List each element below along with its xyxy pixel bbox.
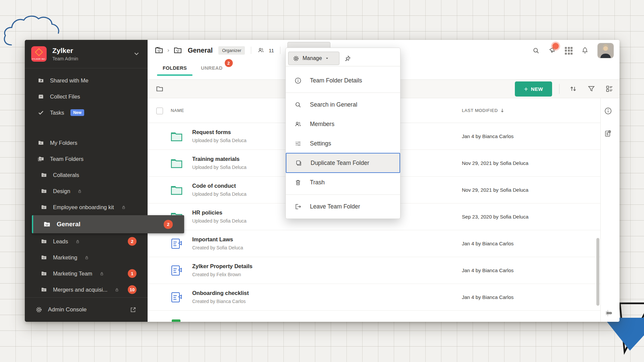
bell-icon[interactable] bbox=[581, 47, 589, 55]
announcements-wrap bbox=[548, 46, 556, 55]
sidebar-item-leads[interactable]: Leads2 bbox=[25, 233, 148, 249]
menu-item-leave-team-folder[interactable]: Leave Team Folder bbox=[286, 197, 400, 216]
sidebar-item-collect-files[interactable]: Collect Files bbox=[25, 88, 148, 105]
file-name: Important Laws bbox=[192, 236, 243, 243]
sort-desc-icon bbox=[500, 108, 505, 113]
table-row[interactable]: Zylker Property DetailsCreated by Felix … bbox=[148, 257, 600, 284]
menu-item-members[interactable]: Members bbox=[286, 114, 400, 134]
notes-icon[interactable] bbox=[603, 129, 612, 138]
tab-bar: FOLDERSUNREAD2 bbox=[163, 61, 223, 79]
theme-toggle-icon[interactable] bbox=[604, 308, 613, 318]
collect-files-icon bbox=[38, 93, 44, 100]
members-icon bbox=[294, 120, 302, 128]
team-folder-icon bbox=[43, 220, 51, 228]
sidebar-item-label: Team Folders bbox=[50, 156, 84, 162]
file-detail: Uploaded by Sofia Deluca bbox=[192, 138, 247, 143]
file-modified: Nov 29, 2021 by Sofia Deluca bbox=[462, 187, 528, 193]
pin-icon[interactable] bbox=[343, 55, 352, 63]
new-button-label: NEW bbox=[531, 86, 543, 92]
sidebar-item-marketing[interactable]: Marketing bbox=[25, 249, 148, 265]
sidebar-item-label: Shared with Me bbox=[50, 77, 89, 84]
file-detail: Created by Felix Brown bbox=[192, 272, 253, 278]
file-name: Onboarding checklist bbox=[192, 290, 249, 297]
search-icon bbox=[294, 101, 302, 109]
column-header-name[interactable]: NAME bbox=[171, 108, 184, 113]
sidebar-item-employee-onboarding-kit[interactable]: Employee onboarding kit bbox=[25, 199, 148, 215]
sidebar-item-collaterals[interactable]: Collaterals bbox=[25, 167, 148, 183]
menu-item-team-folder-details[interactable]: Team Folder Details bbox=[286, 71, 400, 90]
team-name: Zylker bbox=[52, 47, 78, 55]
sidebar-item-general[interactable]: General2 bbox=[32, 215, 184, 233]
new-button[interactable]: + NEW bbox=[515, 81, 552, 97]
dropdown-menu: Team Folder DetailsSearch in GeneralMemb… bbox=[286, 66, 400, 216]
file-detail: Created by Bianca Carlos bbox=[192, 299, 249, 304]
table-row[interactable]: Important LawsCreated by Sofia DelucaJan… bbox=[148, 230, 600, 257]
sidebar-item-label: Design bbox=[53, 188, 70, 194]
info-icon[interactable] bbox=[604, 107, 612, 115]
sidebar-item-label: General bbox=[57, 221, 80, 228]
sidebar-item-tasks[interactable]: TasksNew bbox=[25, 105, 148, 121]
sidebar-item-label: Marketing Team bbox=[53, 270, 92, 277]
sidebar-item-admin-console[interactable]: Admin Console bbox=[25, 297, 148, 322]
members-count-icon[interactable] bbox=[257, 47, 265, 54]
tab-unread[interactable]: UNREAD2 bbox=[201, 61, 222, 79]
toolbar-right: + NEW bbox=[515, 80, 614, 98]
lock-icon bbox=[99, 271, 104, 276]
tasks-check-icon bbox=[38, 109, 44, 116]
sidebar-item-my-folders[interactable]: My Folders bbox=[25, 135, 148, 151]
file-name: Code of conduct bbox=[192, 183, 247, 189]
sidebar-item-design[interactable]: Design bbox=[25, 183, 148, 199]
filter-icon[interactable] bbox=[587, 84, 596, 93]
menu-item-label: Members bbox=[310, 121, 334, 128]
file-name: HR policies bbox=[192, 209, 247, 216]
sidebar-header: ZYLKER INC. Zylker Team Admin bbox=[25, 40, 148, 68]
lock-icon bbox=[121, 205, 126, 210]
user-avatar[interactable] bbox=[597, 43, 614, 58]
menu-item-search-in-general[interactable]: Search in General bbox=[286, 95, 400, 114]
writer-doc-icon bbox=[170, 265, 183, 276]
view-switch-icon[interactable] bbox=[605, 84, 614, 93]
plus-icon: + bbox=[524, 85, 528, 93]
manage-button[interactable]: Manage bbox=[288, 52, 339, 65]
menu-item-label: Settings bbox=[310, 140, 331, 147]
app-window: ZYLKER INC. Zylker Team Admin Shared wit… bbox=[25, 40, 620, 322]
table-row[interactable]: Onboarding checklistCreated by Bianca Ca… bbox=[148, 284, 600, 311]
tab-folders[interactable]: FOLDERS bbox=[163, 61, 187, 79]
file-detail: Uploaded by Sofia Deluca bbox=[192, 165, 247, 170]
sidebar-item-marketing-team[interactable]: Marketing Team1 bbox=[25, 265, 148, 282]
select-all-checkbox[interactable] bbox=[156, 108, 163, 114]
notification-dot bbox=[552, 43, 559, 49]
menu-item-duplicate-team-folder[interactable]: Duplicate Team Folder bbox=[286, 153, 400, 173]
sidebar-nav: Shared with MeCollect FilesTasksNewMy Fo… bbox=[25, 68, 148, 298]
member-count[interactable]: 11 bbox=[269, 48, 274, 53]
apps-grid-icon[interactable] bbox=[565, 47, 573, 55]
sidebar-item-shared-with-me[interactable]: Shared with Me bbox=[25, 72, 148, 88]
table-row[interactable]: List of Holidays bbox=[148, 311, 600, 322]
zylker-logo: ZYLKER INC. bbox=[31, 46, 47, 62]
breadcrumb-separator: › bbox=[167, 47, 169, 54]
folder-teal-icon bbox=[170, 184, 183, 196]
scrollbar-thumb[interactable] bbox=[596, 238, 599, 306]
menu-item-settings[interactable]: Settings bbox=[286, 134, 400, 153]
new-badge: New bbox=[70, 109, 84, 116]
duplicate-icon bbox=[295, 159, 303, 167]
admin-console-label: Admin Console bbox=[48, 306, 87, 313]
file-detail: Created by Sofia Deluca bbox=[192, 245, 243, 251]
external-link-icon[interactable] bbox=[130, 306, 137, 313]
column-header-modified[interactable]: LAST MODIFIED bbox=[462, 108, 505, 113]
sidebar-item-mergers-and-acquisi[interactable]: Mergers and acquisi...10 bbox=[25, 282, 148, 298]
folder-view-icon[interactable] bbox=[156, 85, 164, 93]
sort-icon[interactable] bbox=[569, 84, 578, 93]
logo-diamond-icon bbox=[35, 48, 43, 56]
menu-item-label: Duplicate Team Folder bbox=[311, 160, 369, 167]
menu-item-trash[interactable]: Trash bbox=[286, 173, 400, 192]
file-modified: Jan 4 by Bianca Carlos bbox=[462, 133, 514, 139]
admin-gear-icon bbox=[35, 306, 43, 313]
breadcrumb-team-folders-icon[interactable] bbox=[154, 46, 164, 55]
chevron-down-icon[interactable] bbox=[133, 50, 140, 57]
team-folder-icon bbox=[41, 286, 47, 293]
search-icon[interactable] bbox=[532, 47, 540, 55]
breadcrumb-folder-icon bbox=[173, 46, 182, 55]
folder-teal-icon bbox=[170, 158, 183, 169]
sidebar-item-team-folders[interactable]: Team Folders bbox=[25, 151, 148, 167]
